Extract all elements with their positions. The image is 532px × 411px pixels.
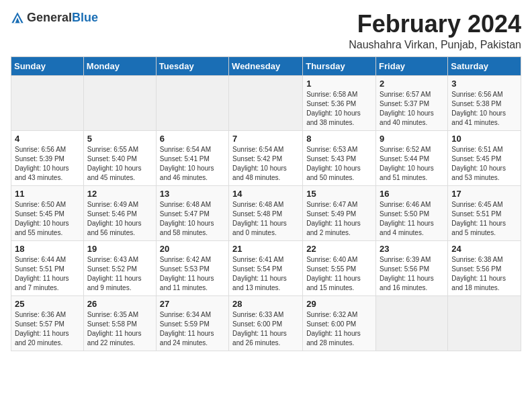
day-info: Sunrise: 6:40 AMSunset: 5:55 PMDaylight:… bbox=[306, 255, 372, 293]
header-day-sunday: Sunday bbox=[11, 56, 84, 75]
calendar-cell bbox=[156, 75, 228, 130]
calendar-cell: 7Sunrise: 6:54 AMSunset: 5:42 PMDaylight… bbox=[229, 130, 303, 185]
header-day-thursday: Thursday bbox=[303, 56, 376, 75]
day-info: Sunrise: 6:38 AMSunset: 5:56 PMDaylight:… bbox=[451, 255, 517, 293]
header-day-saturday: Saturday bbox=[448, 56, 521, 75]
day-number: 19 bbox=[87, 244, 152, 254]
day-info: Sunrise: 6:48 AMSunset: 5:47 PMDaylight:… bbox=[160, 200, 225, 238]
day-number: 20 bbox=[160, 244, 225, 254]
day-number: 25 bbox=[15, 299, 80, 309]
day-info: Sunrise: 6:43 AMSunset: 5:52 PMDaylight:… bbox=[87, 255, 152, 293]
day-number: 22 bbox=[306, 244, 372, 254]
day-info: Sunrise: 6:32 AMSunset: 6:00 PMDaylight:… bbox=[306, 310, 372, 348]
calendar-body: 1Sunrise: 6:58 AMSunset: 5:36 PMDaylight… bbox=[11, 75, 521, 351]
day-number: 18 bbox=[15, 244, 80, 254]
calendar-week-2: 4Sunrise: 6:56 AMSunset: 5:39 PMDaylight… bbox=[11, 130, 521, 185]
logo: GeneralBlue bbox=[11, 11, 98, 25]
day-info: Sunrise: 6:47 AMSunset: 5:49 PMDaylight:… bbox=[306, 200, 372, 238]
calendar-cell: 19Sunrise: 6:43 AMSunset: 5:52 PMDayligh… bbox=[83, 240, 156, 295]
day-info: Sunrise: 6:41 AMSunset: 5:54 PMDaylight:… bbox=[232, 255, 299, 293]
day-info: Sunrise: 6:44 AMSunset: 5:51 PMDaylight:… bbox=[15, 255, 80, 293]
day-number: 26 bbox=[87, 299, 152, 309]
calendar-cell: 13Sunrise: 6:48 AMSunset: 5:47 PMDayligh… bbox=[156, 185, 228, 240]
calendar-cell: 20Sunrise: 6:42 AMSunset: 5:53 PMDayligh… bbox=[156, 240, 228, 295]
day-number: 24 bbox=[451, 244, 517, 254]
calendar-cell: 11Sunrise: 6:50 AMSunset: 5:45 PMDayligh… bbox=[11, 185, 84, 240]
day-number: 15 bbox=[306, 189, 372, 199]
day-info: Sunrise: 6:57 AMSunset: 5:37 PMDaylight:… bbox=[380, 90, 444, 128]
day-info: Sunrise: 6:42 AMSunset: 5:53 PMDaylight:… bbox=[160, 255, 225, 293]
logo-general: General bbox=[27, 11, 72, 24]
calendar-cell bbox=[376, 295, 448, 351]
calendar-cell: 28Sunrise: 6:33 AMSunset: 6:00 PMDayligh… bbox=[229, 295, 303, 351]
day-number: 23 bbox=[380, 244, 444, 254]
day-info: Sunrise: 6:55 AMSunset: 5:40 PMDaylight:… bbox=[87, 145, 152, 183]
calendar-cell: 1Sunrise: 6:58 AMSunset: 5:36 PMDaylight… bbox=[303, 75, 376, 130]
day-number: 10 bbox=[451, 134, 517, 144]
day-number: 4 bbox=[15, 134, 80, 144]
month-title: February 2024 bbox=[349, 11, 521, 38]
day-info: Sunrise: 6:33 AMSunset: 6:00 PMDaylight:… bbox=[232, 310, 299, 348]
calendar-cell bbox=[11, 75, 84, 130]
day-number: 13 bbox=[160, 189, 225, 199]
day-info: Sunrise: 6:53 AMSunset: 5:43 PMDaylight:… bbox=[306, 145, 372, 183]
day-info: Sunrise: 6:50 AMSunset: 5:45 PMDaylight:… bbox=[15, 200, 80, 238]
day-number: 11 bbox=[15, 189, 80, 199]
calendar-cell: 12Sunrise: 6:49 AMSunset: 5:46 PMDayligh… bbox=[83, 185, 156, 240]
calendar-cell bbox=[229, 75, 303, 130]
header-day-monday: Monday bbox=[83, 56, 156, 75]
day-number: 16 bbox=[380, 189, 444, 199]
header-day-tuesday: Tuesday bbox=[156, 56, 228, 75]
calendar-cell: 18Sunrise: 6:44 AMSunset: 5:51 PMDayligh… bbox=[11, 240, 84, 295]
day-number: 1 bbox=[306, 79, 372, 89]
day-number: 29 bbox=[306, 299, 372, 309]
calendar-cell: 14Sunrise: 6:48 AMSunset: 5:48 PMDayligh… bbox=[229, 185, 303, 240]
calendar-cell: 27Sunrise: 6:34 AMSunset: 5:59 PMDayligh… bbox=[156, 295, 228, 351]
day-info: Sunrise: 6:51 AMSunset: 5:45 PMDaylight:… bbox=[451, 145, 517, 183]
calendar-cell: 23Sunrise: 6:39 AMSunset: 5:56 PMDayligh… bbox=[376, 240, 448, 295]
day-info: Sunrise: 6:45 AMSunset: 5:51 PMDaylight:… bbox=[451, 200, 517, 238]
title-block: February 2024 Naushahra Virkan, Punjab, … bbox=[349, 11, 521, 51]
day-number: 8 bbox=[306, 134, 372, 144]
calendar-cell: 21Sunrise: 6:41 AMSunset: 5:54 PMDayligh… bbox=[229, 240, 303, 295]
header-day-wednesday: Wednesday bbox=[229, 56, 303, 75]
day-info: Sunrise: 6:48 AMSunset: 5:48 PMDaylight:… bbox=[232, 200, 299, 238]
day-info: Sunrise: 6:56 AMSunset: 5:39 PMDaylight:… bbox=[15, 145, 80, 183]
calendar-cell: 6Sunrise: 6:54 AMSunset: 5:41 PMDaylight… bbox=[156, 130, 228, 185]
calendar-cell: 9Sunrise: 6:52 AMSunset: 5:44 PMDaylight… bbox=[376, 130, 448, 185]
day-info: Sunrise: 6:54 AMSunset: 5:41 PMDaylight:… bbox=[160, 145, 225, 183]
day-info: Sunrise: 6:39 AMSunset: 5:56 PMDaylight:… bbox=[380, 255, 444, 293]
day-info: Sunrise: 6:36 AMSunset: 5:57 PMDaylight:… bbox=[15, 310, 80, 348]
day-number: 6 bbox=[160, 134, 225, 144]
page-header: GeneralBlue February 2024 Naushahra Virk… bbox=[11, 11, 521, 51]
day-number: 5 bbox=[87, 134, 152, 144]
calendar-table: SundayMondayTuesdayWednesdayThursdayFrid… bbox=[11, 56, 521, 351]
calendar-cell: 15Sunrise: 6:47 AMSunset: 5:49 PMDayligh… bbox=[303, 185, 376, 240]
calendar-cell: 17Sunrise: 6:45 AMSunset: 5:51 PMDayligh… bbox=[448, 185, 521, 240]
calendar-cell: 22Sunrise: 6:40 AMSunset: 5:55 PMDayligh… bbox=[303, 240, 376, 295]
calendar-week-5: 25Sunrise: 6:36 AMSunset: 5:57 PMDayligh… bbox=[11, 295, 521, 351]
calendar-cell: 5Sunrise: 6:55 AMSunset: 5:40 PMDaylight… bbox=[83, 130, 156, 185]
day-number: 14 bbox=[232, 189, 299, 199]
logo-icon bbox=[11, 11, 24, 25]
day-info: Sunrise: 6:34 AMSunset: 5:59 PMDaylight:… bbox=[160, 310, 225, 348]
day-number: 12 bbox=[87, 189, 152, 199]
day-number: 7 bbox=[232, 134, 299, 144]
calendar-cell: 8Sunrise: 6:53 AMSunset: 5:43 PMDaylight… bbox=[303, 130, 376, 185]
day-number: 21 bbox=[232, 244, 299, 254]
day-number: 27 bbox=[160, 299, 225, 309]
day-info: Sunrise: 6:54 AMSunset: 5:42 PMDaylight:… bbox=[232, 145, 299, 183]
day-number: 3 bbox=[451, 79, 517, 89]
calendar-cell: 2Sunrise: 6:57 AMSunset: 5:37 PMDaylight… bbox=[376, 75, 448, 130]
day-info: Sunrise: 6:46 AMSunset: 5:50 PMDaylight:… bbox=[380, 200, 444, 238]
location-title: Naushahra Virkan, Punjab, Pakistan bbox=[349, 39, 521, 51]
logo-blue: Blue bbox=[72, 11, 98, 24]
calendar-cell: 25Sunrise: 6:36 AMSunset: 5:57 PMDayligh… bbox=[11, 295, 84, 351]
day-info: Sunrise: 6:58 AMSunset: 5:36 PMDaylight:… bbox=[306, 90, 372, 128]
calendar-cell bbox=[448, 295, 521, 351]
calendar-header-row: SundayMondayTuesdayWednesdayThursdayFrid… bbox=[11, 56, 521, 75]
calendar-cell: 26Sunrise: 6:35 AMSunset: 5:58 PMDayligh… bbox=[83, 295, 156, 351]
calendar-cell: 16Sunrise: 6:46 AMSunset: 5:50 PMDayligh… bbox=[376, 185, 448, 240]
day-number: 2 bbox=[380, 79, 444, 89]
calendar-week-4: 18Sunrise: 6:44 AMSunset: 5:51 PMDayligh… bbox=[11, 240, 521, 295]
